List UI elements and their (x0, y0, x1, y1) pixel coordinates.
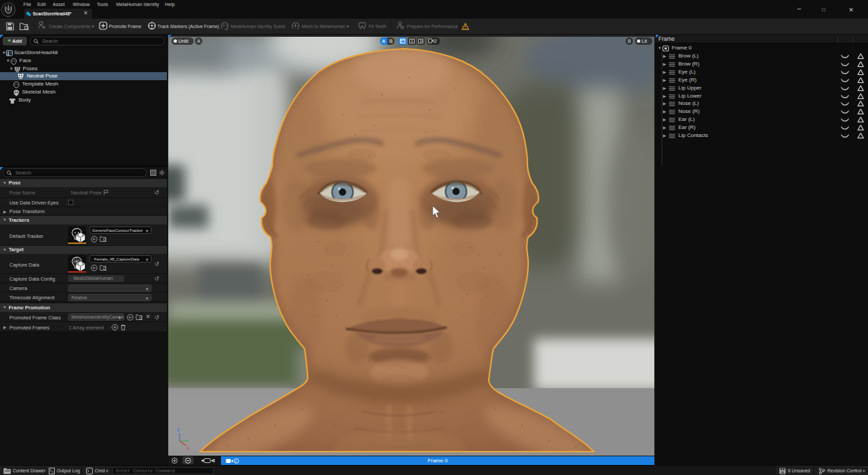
svg-text:Z: Z (177, 428, 180, 432)
svg-text:i: i (236, 459, 236, 463)
svg-text:x: x (187, 446, 190, 450)
